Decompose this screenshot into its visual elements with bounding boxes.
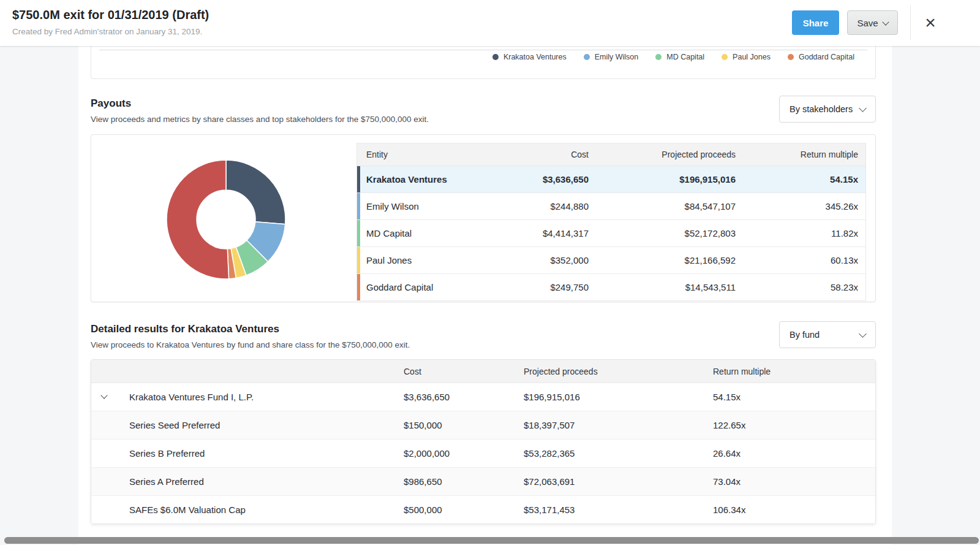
cell-cost: $986,650: [404, 476, 524, 487]
row-color-bar: [357, 193, 360, 219]
cell-proceeds: $196,915,016: [524, 392, 713, 402]
page-subtitle: Created by Fred Admin'strator on January…: [12, 27, 202, 36]
cell-proceeds: $72,063,691: [524, 476, 713, 487]
row-color-bar: [357, 247, 360, 273]
cell-proceeds: $21,166,592: [596, 255, 743, 265]
cell-cost: $500,000: [404, 505, 524, 515]
legend-label: Emily Wilson: [595, 53, 639, 61]
cell-label: Krakatoa Ventures Fund I, L.P.: [91, 392, 404, 402]
cell-proceeds: $53,171,453: [524, 505, 713, 515]
row-color-bar: [357, 274, 360, 300]
header-actions: Share Save ×: [792, 10, 941, 35]
donut-segment-other: [167, 160, 229, 279]
modal-body: Krakatoa VenturesEmily WilsonMD CapitalP…: [78, 46, 892, 545]
modal-content: Krakatoa VenturesEmily WilsonMD CapitalP…: [91, 46, 876, 524]
legend-dot-icon: [655, 54, 662, 60]
fund-row[interactable]: Krakatoa Ventures Fund I, L.P.$3,636,650…: [91, 383, 875, 411]
stakeholders-table: Entity Cost Projected proceeds Return mu…: [356, 143, 866, 301]
share-class-row: Series B Preferred$2,000,000$53,282,3652…: [91, 440, 875, 468]
close-icon: ×: [925, 12, 936, 32]
column-header-multiple: Return multiple: [743, 150, 865, 159]
share-class-row: SAFEs $6.0M Valuation Cap$500,000$53,171…: [91, 496, 875, 524]
row-color-bar: [357, 220, 360, 246]
stakeholder-row[interactable]: MD Capital$4,414,317$52,172,80311.82x: [356, 220, 866, 247]
detailed-section-header: Detailed results for Krakatoa Ventures V…: [91, 323, 876, 349]
legend-item: MD Capital: [655, 53, 704, 61]
cell-entity: Emily Wilson: [357, 201, 455, 212]
column-header-cost: Cost: [455, 150, 596, 159]
cell-cost: $150,000: [404, 420, 524, 430]
stakeholder-row[interactable]: Paul Jones$352,000$21,166,59260.13x: [356, 247, 866, 274]
cell-cost: $4,414,317: [455, 228, 596, 238]
share-button[interactable]: Share: [792, 10, 839, 35]
cell-cost: $244,880: [455, 201, 596, 212]
chevron-down-icon: [859, 330, 867, 338]
detailed-table-body: Krakatoa Ventures Fund I, L.P.$3,636,650…: [91, 383, 875, 524]
legend-label: Paul Jones: [733, 53, 771, 61]
stakeholders-table-header: Entity Cost Projected proceeds Return mu…: [356, 143, 866, 166]
column-header-multiple: Return multiple: [713, 367, 875, 376]
chevron-down-icon: [859, 104, 867, 112]
page-title: $750.0M exit for 01/31/2019 (Draft): [12, 8, 209, 22]
chevron-down-icon: [882, 18, 889, 25]
payouts-view-select-value: By stakeholders: [790, 104, 853, 114]
close-button[interactable]: ×: [919, 10, 941, 35]
cell-entity: Goddard Capital: [357, 282, 455, 292]
cell-multiple: 54.15x: [713, 392, 875, 402]
payouts-donut-chart: [165, 158, 287, 281]
stakeholder-row[interactable]: Emily Wilson$244,880$84,547,107345.26x: [356, 193, 866, 220]
chart-legend: Krakatoa VenturesEmily WilsonMD CapitalP…: [492, 53, 854, 61]
cell-cost: $2,000,000: [404, 448, 524, 459]
legend-item: Goddard Capital: [788, 53, 854, 61]
modal-header: $750.0M exit for 01/31/2019 (Draft) Crea…: [0, 0, 980, 46]
legend-dot-icon: [492, 54, 499, 60]
exit-modeling-modal: { "header": { "title": "$750.0M exit for…: [0, 0, 980, 545]
save-button[interactable]: Save: [847, 10, 898, 35]
stakeholder-row[interactable]: Goddard Capital$249,750$14,543,51158.23x: [356, 274, 866, 301]
cell-proceeds: $196,915,016: [596, 174, 743, 185]
legend-dot-icon: [584, 54, 590, 60]
cell-multiple: 122.65x: [713, 420, 875, 430]
payouts-description: View proceeds and metrics by share class…: [91, 115, 876, 124]
payouts-section-header: Payouts View proceeds and metrics by sha…: [91, 97, 876, 124]
legend-label: MD Capital: [666, 53, 704, 61]
stakeholder-row[interactable]: Krakatoa Ventures$3,636,650$196,915,0165…: [356, 166, 866, 193]
stakeholders-table-body: Krakatoa Ventures$3,636,650$196,915,0165…: [356, 166, 866, 301]
horizontal-scrollbar[interactable]: [4, 537, 979, 544]
row-color-bar: [357, 166, 360, 192]
cell-multiple: 11.82x: [743, 228, 865, 238]
legend-item: Paul Jones: [722, 53, 771, 61]
share-class-row: Series Seed Preferred$150,000$18,397,507…: [91, 411, 875, 440]
payouts-view-select[interactable]: By stakeholders: [779, 96, 876, 123]
cell-cost: $3,636,650: [455, 174, 596, 185]
cell-multiple: 58.23x: [743, 282, 865, 292]
legend-label: Goddard Capital: [799, 53, 854, 61]
legend-item: Krakatoa Ventures: [492, 53, 567, 61]
cell-multiple: 26.64x: [713, 448, 875, 459]
legend-dot-icon: [722, 54, 728, 60]
cell-label: SAFEs $6.0M Valuation Cap: [91, 505, 404, 515]
column-header-cost: Cost: [404, 367, 524, 376]
cell-proceeds: $52,172,803: [596, 228, 743, 238]
detailed-table-header: Cost Projected proceeds Return multiple: [91, 360, 875, 383]
cell-proceeds: $84,547,107: [596, 201, 743, 212]
cell-entity: Paul Jones: [357, 255, 455, 265]
cell-cost: $249,750: [455, 282, 596, 292]
detailed-title: Detailed results for Krakatoa Ventures: [91, 323, 876, 335]
detailed-description: View proceeds to Krakatoa Ventures by fu…: [91, 340, 876, 349]
cell-entity: MD Capital: [357, 228, 455, 238]
detailed-view-select[interactable]: By fund: [779, 321, 876, 348]
detailed-view-select-value: By fund: [790, 330, 820, 340]
column-header-entity: Entity: [357, 150, 455, 159]
column-header-proceeds: Projected proceeds: [524, 367, 713, 376]
donut-segment-krakatoa-ventures: [226, 160, 285, 224]
cell-label: Series Seed Preferred: [91, 420, 404, 430]
cell-proceeds: $14,543,511: [596, 282, 743, 292]
cell-multiple: 345.26x: [743, 201, 865, 212]
cell-label: Series B Preferred: [91, 448, 404, 459]
header-divider: [910, 6, 911, 40]
cell-label: Series A Preferred: [91, 476, 404, 487]
payouts-title: Payouts: [91, 97, 876, 110]
cell-multiple: 60.13x: [743, 255, 865, 265]
cell-cost: $3,636,650: [404, 392, 524, 402]
